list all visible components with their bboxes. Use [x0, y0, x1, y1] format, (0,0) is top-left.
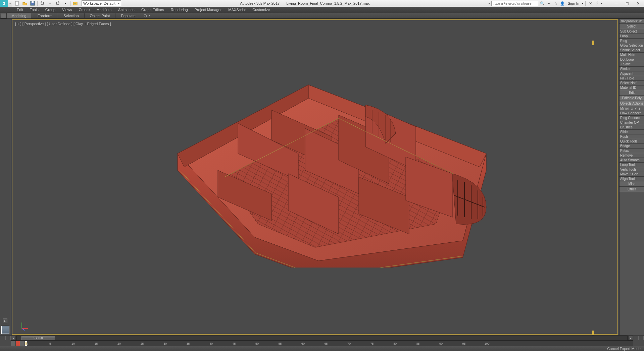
workspace-dropdown[interactable]: Workspace: Default ▾ — [82, 0, 121, 6]
rappa-similar[interactable]: Similar — [620, 67, 644, 71]
rappa-grow-selection[interactable]: Grow Selection — [620, 43, 644, 48]
rappa-ring-connect[interactable]: Ring Connect — [620, 116, 644, 120]
ribtab-freeform[interactable]: Freeform — [33, 13, 57, 18]
rappa-auto-smooth[interactable]: Auto Smooth — [620, 158, 644, 163]
rappa-edit[interactable]: Edit — [620, 90, 644, 96]
rappa--save[interactable]: + Save — [620, 62, 644, 67]
svg-rect-2 — [32, 1, 34, 3]
menu-rendering[interactable]: Rendering — [167, 7, 191, 12]
rappa-brushes[interactable]: Brushes — [620, 125, 644, 130]
menu-tools[interactable]: Tools — [27, 7, 42, 12]
viewport-perspective[interactable]: [ + ] [ Perspective ] [ User Defined ] [… — [11, 19, 619, 335]
help-icon[interactable]: ❔ — [594, 1, 600, 6]
app-title: Autodesk 3ds Max 2017 — [240, 1, 280, 5]
ribtab-populate[interactable]: Populate — [116, 13, 140, 18]
rappa-flow-connect[interactable]: Flow Connect — [620, 111, 644, 116]
app-menu-drop[interactable]: ▾ — [8, 0, 12, 7]
rappa-chamfer-op[interactable]: Chamfer OP — [620, 120, 644, 125]
menu-edit[interactable]: Edit — [13, 7, 27, 12]
workspace-label: Workspace: Default — [83, 1, 115, 5]
rappa-other[interactable]: Other — [620, 187, 644, 192]
search-input[interactable] — [491, 1, 538, 6]
rappa-misc[interactable]: Misc — [620, 181, 644, 187]
star-icon[interactable]: ☆ — [553, 1, 558, 6]
ribbon-toggle[interactable] — [1, 13, 7, 18]
rappa-verts-tools[interactable]: Verts Tools — [620, 167, 644, 172]
rappa-dot-loop[interactable]: Dot Loop — [620, 57, 644, 62]
ribtab-selection[interactable]: Selection — [59, 13, 83, 18]
save-icon[interactable] — [29, 0, 36, 6]
search-caret[interactable]: ▸ — [489, 2, 490, 5]
rappa-multi-hide[interactable]: Multi Hide — [620, 53, 644, 57]
undo-drop[interactable]: ▾ — [46, 0, 54, 6]
menu-create[interactable]: Create — [75, 7, 93, 12]
menu-customize[interactable]: Customize — [249, 7, 273, 12]
rappa-shrink-select[interactable]: Shrink Select — [620, 48, 644, 53]
menu-views[interactable]: Views — [59, 7, 75, 12]
open-icon[interactable] — [21, 0, 29, 6]
panel-handle[interactable] — [592, 41, 594, 45]
rappa-objects-actions[interactable]: Objects Actions — [620, 101, 644, 106]
status-cancel-expert[interactable]: Cancel Expert Mode — [607, 347, 641, 351]
rappa-select-half[interactable]: Select Half — [620, 81, 644, 85]
rappa-fill-hole[interactable]: Fill / Hole — [620, 76, 644, 81]
rappa-bridge[interactable]: Bridge — [620, 144, 644, 149]
rappa-align-tools[interactable]: Align Tools — [620, 177, 644, 181]
rappa-relax[interactable]: Relax — [620, 149, 644, 153]
exchange-icon[interactable]: ✕ — [588, 1, 593, 6]
rappa-adjacent[interactable]: Adjacent — [620, 71, 644, 76]
rappa-quick-tools[interactable]: Quick Tools — [620, 139, 644, 144]
rappa-loop-tools[interactable]: Loop Tools — [620, 163, 644, 167]
timeline-track[interactable]: 0510152025303540455055606570758085909510… — [11, 340, 633, 346]
track-toggle-right[interactable] — [633, 336, 644, 341]
menu-modifiers[interactable]: Modifiers — [93, 7, 115, 12]
redo-icon[interactable] — [54, 0, 61, 6]
rappa-select[interactable]: Select — [620, 24, 644, 29]
viewport-layout-button[interactable] — [1, 326, 9, 334]
rappa-material-id[interactable]: Material ID — [620, 85, 644, 90]
viewport-label[interactable]: [ + ] [ Perspective ] [ User Defined ] [… — [15, 22, 111, 26]
redo-drop[interactable]: ▾ — [62, 0, 69, 6]
dock-expand-icon[interactable]: ▸ — [3, 318, 7, 323]
scroll-right-icon[interactable]: ▸ — [628, 336, 633, 340]
minimize-icon[interactable]: — — [612, 0, 621, 7]
undo-icon[interactable] — [39, 0, 46, 6]
new-icon[interactable] — [13, 0, 21, 6]
maximize-icon[interactable]: ▢ — [623, 0, 632, 7]
rappatools-panel: RappaTools3.31 SelectSub ObjectLoopRingG… — [619, 19, 644, 335]
user-icon[interactable]: 👤 — [560, 1, 565, 6]
close-icon[interactable]: ✕ — [633, 0, 643, 7]
track-toggle[interactable] — [0, 336, 11, 341]
ribtab-object-paint[interactable]: Object Paint — [85, 13, 115, 18]
rappa-push[interactable]: Push — [620, 134, 644, 139]
project-icon[interactable] — [71, 0, 79, 6]
bottom-bar: ◂ 0 / 100 ▸ 0510152025303540455055606570… — [0, 335, 644, 351]
rappa-remove[interactable]: Remove — [620, 153, 644, 158]
menu-graph-editors[interactable]: Graph Editors — [138, 7, 167, 12]
rappa-sub-object[interactable]: Sub Object — [620, 29, 644, 34]
rappa-ring[interactable]: Ring — [620, 39, 644, 43]
rappa-mirror-x-y-z[interactable]: Mirrorxyz — [620, 106, 644, 111]
rappa-editable-poly[interactable]: Editable Poly — [620, 96, 644, 101]
link-icon[interactable]: ✦ — [546, 1, 552, 6]
signin-link[interactable]: Sign In — [568, 1, 579, 5]
chevron-down-icon: ▾ — [118, 2, 119, 5]
menu-project-manager[interactable]: Project Manager — [191, 7, 225, 12]
panel-handle-bottom[interactable] — [592, 331, 594, 335]
menu-animation[interactable]: Animation — [115, 7, 138, 12]
time-slider[interactable]: 0 / 100 — [16, 336, 628, 340]
rappa-slide[interactable]: Slide — [620, 130, 644, 134]
app-logo[interactable]: 3 — [0, 0, 8, 7]
scroll-left-icon[interactable]: ◂ — [11, 336, 16, 340]
search-icon[interactable]: 🔍 — [540, 1, 545, 6]
menu-maxscript[interactable]: MAXScript — [225, 7, 249, 12]
rappa-move-2-grid[interactable]: Move 2 Grid — [620, 172, 644, 177]
rappa-loop[interactable]: Loop — [620, 34, 644, 39]
menu-group[interactable]: Group — [42, 7, 59, 12]
svg-line-21 — [22, 329, 25, 331]
axis-gizmo — [19, 321, 29, 331]
ribtab-modeling[interactable]: Modeling — [7, 13, 31, 18]
file-title: Living_Room_Final_Corona_1.5.2_Max_2017.… — [286, 1, 369, 5]
time-slider-thumb[interactable]: 0 / 100 — [21, 336, 55, 340]
ribbon-expand-icon[interactable] — [142, 13, 148, 18]
